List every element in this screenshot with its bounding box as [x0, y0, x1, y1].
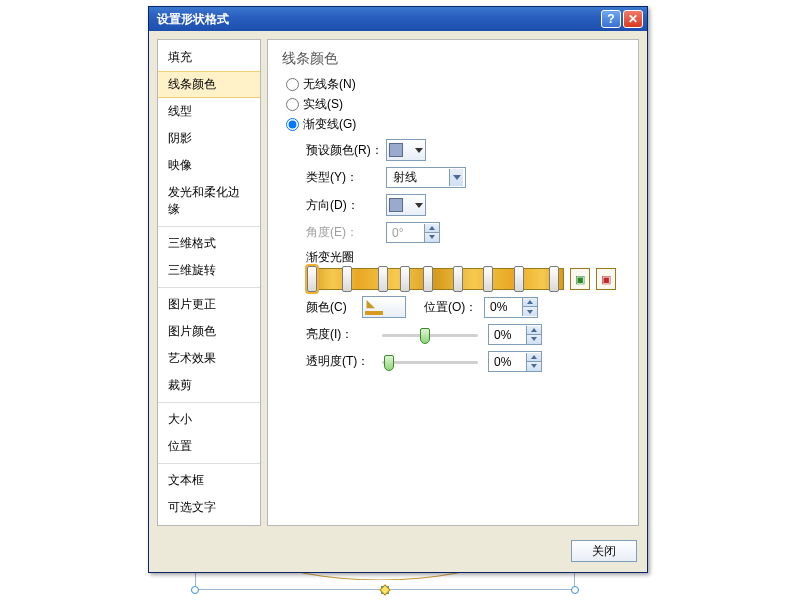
dialog-title: 设置形状格式	[157, 11, 229, 28]
position-spinner[interactable]: 0%	[484, 297, 538, 318]
transparency-label: 透明度(T)：	[306, 353, 378, 370]
sidebar-item-glow[interactable]: 发光和柔化边缘	[158, 179, 260, 223]
radio-no-line[interactable]: 无线条(N)	[286, 76, 624, 93]
sidebar-item-pic-correct[interactable]: 图片更正	[158, 291, 260, 318]
transparency-slider[interactable]	[382, 352, 478, 372]
radio-solid-line[interactable]: 实线(S)	[286, 96, 624, 113]
format-shape-dialog: 设置形状格式 ? ✕ 填充 线条颜色 线型 阴影 映像 发光和柔化边缘 三维格式…	[148, 6, 648, 573]
close-button[interactable]: 关闭	[571, 540, 637, 562]
gradient-stop[interactable]	[483, 266, 493, 292]
type-combobox[interactable]: 射线	[386, 167, 466, 188]
transparency-spinner[interactable]: 0%	[488, 351, 542, 372]
color-label: 颜色(C)	[306, 299, 362, 316]
paint-bucket-icon	[365, 299, 383, 315]
sidebar-item-crop[interactable]: 裁剪	[158, 372, 260, 399]
preset-swatch-icon	[389, 143, 403, 157]
gradient-stop[interactable]	[549, 266, 559, 292]
brightness-slider[interactable]	[382, 325, 478, 345]
titlebar[interactable]: 设置形状格式 ? ✕	[149, 7, 647, 31]
color-picker-button[interactable]	[362, 296, 406, 318]
sidebar-item-3d-format[interactable]: 三维格式	[158, 230, 260, 257]
angle-label: 角度(E)：	[306, 224, 386, 241]
dialog-footer: 关闭	[149, 534, 647, 572]
stops-label: 渐变光圈	[306, 249, 624, 266]
direction-label: 方向(D)：	[306, 197, 386, 214]
brightness-spinner[interactable]: 0%	[488, 324, 542, 345]
resize-handle[interactable]	[571, 586, 579, 594]
sidebar-item-fill[interactable]: 填充	[158, 44, 260, 71]
category-sidebar: 填充 线条颜色 线型 阴影 映像 发光和柔化边缘 三维格式 三维旋转 图片更正 …	[157, 39, 261, 526]
sidebar-item-line-style[interactable]: 线型	[158, 98, 260, 125]
gradient-stop[interactable]	[307, 266, 317, 292]
position-label: 位置(O)：	[424, 299, 484, 316]
sidebar-item-size[interactable]: 大小	[158, 406, 260, 433]
panel-heading: 线条颜色	[282, 50, 624, 68]
radio-gradient-line[interactable]: 渐变线(G)	[286, 116, 624, 133]
sidebar-item-3d-rotation[interactable]: 三维旋转	[158, 257, 260, 284]
gradient-stop[interactable]	[453, 266, 463, 292]
gradient-stop[interactable]	[400, 266, 410, 292]
direction-dropdown[interactable]	[386, 194, 426, 216]
chevron-down-icon	[449, 169, 463, 186]
sidebar-item-pic-color[interactable]: 图片颜色	[158, 318, 260, 345]
close-icon[interactable]: ✕	[623, 10, 643, 28]
brightness-label: 亮度(I)：	[306, 326, 378, 343]
resize-handle[interactable]	[191, 586, 199, 594]
angle-spinner: 0°	[386, 222, 440, 243]
add-stop-button[interactable]: ▣	[570, 268, 590, 290]
sidebar-item-textbox[interactable]: 文本框	[158, 467, 260, 494]
sidebar-item-line-color[interactable]: 线条颜色	[158, 71, 260, 98]
chevron-down-icon	[415, 148, 423, 153]
sidebar-item-reflection[interactable]: 映像	[158, 152, 260, 179]
sidebar-item-shadow[interactable]: 阴影	[158, 125, 260, 152]
gradient-stop[interactable]	[423, 266, 433, 292]
preset-label: 预设颜色(R)：	[306, 142, 386, 159]
gradient-stop[interactable]	[378, 266, 388, 292]
gradient-stop[interactable]	[514, 266, 524, 292]
preset-dropdown[interactable]	[386, 139, 426, 161]
direction-swatch-icon	[389, 198, 403, 212]
remove-stop-button[interactable]: ▣	[596, 268, 616, 290]
gradient-track[interactable]	[306, 268, 564, 290]
sidebar-item-alttext[interactable]: 可选文字	[158, 494, 260, 521]
type-label: 类型(Y)：	[306, 169, 386, 186]
help-button[interactable]: ?	[601, 10, 621, 28]
sidebar-item-artistic[interactable]: 艺术效果	[158, 345, 260, 372]
chevron-down-icon	[415, 203, 423, 208]
gradient-stop[interactable]	[342, 266, 352, 292]
sidebar-item-position[interactable]: 位置	[158, 433, 260, 460]
content-panel: 线条颜色 无线条(N) 实线(S) 渐变线(G) 预设颜色(R)： 类型(Y)：…	[267, 39, 639, 526]
